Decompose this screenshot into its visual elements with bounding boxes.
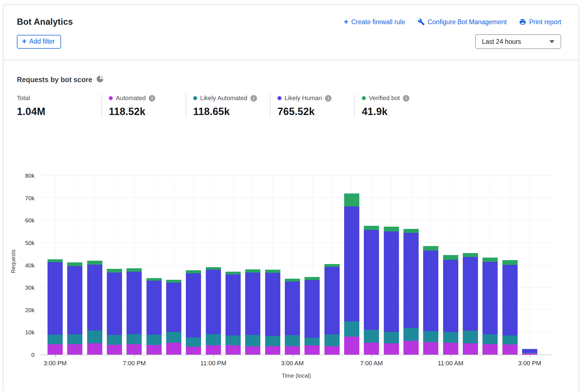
info-icon[interactable]: i xyxy=(325,95,331,102)
bar-segment-likely-human[interactable] xyxy=(463,257,478,331)
bar-segment-likely-human[interactable] xyxy=(384,231,399,332)
bar-segment-automated[interactable] xyxy=(186,347,201,355)
bar-segment-likely-human[interactable] xyxy=(324,267,340,334)
bar-segment-automated[interactable] xyxy=(344,337,359,355)
bar-segment-likely-automated[interactable] xyxy=(48,335,63,344)
bar-segment-likely-automated[interactable] xyxy=(245,335,260,346)
bar-segment-likely-automated[interactable] xyxy=(463,331,478,343)
bar-segment-verified-bot[interactable] xyxy=(146,278,162,281)
bar-segment-automated[interactable] xyxy=(423,342,438,355)
bar-segment-likely-human[interactable] xyxy=(265,273,280,336)
bar-segment-verified-bot[interactable] xyxy=(67,262,82,266)
bar-segment-verified-bot[interactable] xyxy=(443,255,458,260)
bar-segment-verified-bot[interactable] xyxy=(186,270,201,273)
bar-segment-likely-human[interactable] xyxy=(127,272,142,334)
bar-group[interactable] xyxy=(186,270,201,355)
bar-segment-verified-bot[interactable] xyxy=(285,279,300,281)
bar-segment-automated[interactable] xyxy=(67,344,82,355)
bar-segment-automated[interactable] xyxy=(463,343,478,355)
bar-segment-likely-automated[interactable] xyxy=(403,328,419,341)
bar-segment-automated[interactable] xyxy=(502,344,518,355)
bar-segment-likely-automated[interactable] xyxy=(364,330,379,343)
bar-segment-likely-human[interactable] xyxy=(482,262,498,335)
bar-segment-likely-automated[interactable] xyxy=(166,332,181,343)
configure-bot-management-link[interactable]: Configure Bot Management xyxy=(418,18,507,26)
create-firewall-rule-link[interactable]: + Create firewall rule xyxy=(344,18,405,26)
bar-segment-likely-automated[interactable] xyxy=(67,334,82,344)
bar-segment-verified-bot[interactable] xyxy=(463,253,478,257)
bar-group[interactable] xyxy=(265,270,280,355)
bar-segment-likely-human[interactable] xyxy=(146,281,162,335)
bar-segment-automated[interactable] xyxy=(107,345,122,355)
bar-segment-likely-human[interactable] xyxy=(423,251,438,331)
bar-segment-likely-human[interactable] xyxy=(443,260,458,332)
bar-group[interactable] xyxy=(384,227,399,355)
bar-group[interactable] xyxy=(87,261,102,355)
bar-group[interactable] xyxy=(67,262,82,355)
bar-segment-automated[interactable] xyxy=(48,344,63,355)
bar-group[interactable] xyxy=(127,268,142,355)
bar-segment-automated[interactable] xyxy=(166,343,181,355)
bar-segment-verified-bot[interactable] xyxy=(502,260,518,265)
bar-segment-verified-bot[interactable] xyxy=(423,246,438,251)
bar-segment-automated[interactable] xyxy=(265,346,280,355)
info-icon[interactable]: i xyxy=(149,95,155,102)
bar-segment-automated[interactable] xyxy=(127,344,142,355)
bar-segment-verified-bot[interactable] xyxy=(225,272,241,274)
bar-segment-automated[interactable] xyxy=(87,343,102,355)
bar-segment-verified-bot[interactable] xyxy=(324,264,340,267)
bar-segment-automated[interactable] xyxy=(206,345,221,355)
bar-segment-likely-human[interactable] xyxy=(522,349,537,353)
bar-segment-likely-automated[interactable] xyxy=(285,335,300,346)
bar-segment-verified-bot[interactable] xyxy=(245,269,260,272)
bar-group[interactable] xyxy=(146,278,162,355)
bar-group[interactable] xyxy=(482,258,498,355)
bar-segment-likely-automated[interactable] xyxy=(127,334,142,344)
bar-segment-likely-human[interactable] xyxy=(206,270,221,334)
bar-segment-verified-bot[interactable] xyxy=(206,267,221,270)
bar-segment-likely-human[interactable] xyxy=(48,262,63,335)
bar-segment-verified-bot[interactable] xyxy=(265,270,280,273)
bar-group[interactable] xyxy=(364,226,379,355)
bar-segment-likely-human[interactable] xyxy=(344,206,359,321)
bar-segment-likely-automated[interactable] xyxy=(423,331,438,342)
bar-group[interactable] xyxy=(522,349,537,355)
bar-segment-likely-automated[interactable] xyxy=(482,334,498,344)
bar-segment-automated[interactable] xyxy=(443,343,458,355)
bar-segment-automated[interactable] xyxy=(304,345,320,355)
bar-segment-likely-automated[interactable] xyxy=(344,321,359,336)
info-icon[interactable]: i xyxy=(403,95,409,102)
bar-segment-verified-bot[interactable] xyxy=(384,227,399,231)
bar-segment-likely-automated[interactable] xyxy=(107,335,122,345)
bar-group[interactable] xyxy=(285,279,300,355)
add-filter-button[interactable]: + Add filter xyxy=(17,35,61,49)
bar-group[interactable] xyxy=(206,267,221,355)
bar-segment-likely-automated[interactable] xyxy=(146,335,162,345)
bar-segment-likely-automated[interactable] xyxy=(384,332,399,343)
bar-segment-likely-human[interactable] xyxy=(107,272,122,335)
bar-segment-likely-automated[interactable] xyxy=(324,334,340,346)
bar-segment-verified-bot[interactable] xyxy=(48,259,63,262)
bar-segment-likely-human[interactable] xyxy=(67,266,82,335)
bar-segment-likely-human[interactable] xyxy=(304,280,320,338)
bar-segment-likely-human[interactable] xyxy=(186,273,201,337)
bar-segment-verified-bot[interactable] xyxy=(107,269,122,272)
bar-group[interactable] xyxy=(344,193,359,355)
bar-segment-verified-bot[interactable] xyxy=(344,193,359,206)
bar-segment-likely-automated[interactable] xyxy=(502,335,518,344)
bar-segment-verified-bot[interactable] xyxy=(127,268,142,272)
bar-segment-likely-automated[interactable] xyxy=(206,334,221,345)
bar-segment-verified-bot[interactable] xyxy=(304,277,320,280)
bar-segment-verified-bot[interactable] xyxy=(87,261,102,265)
bar-segment-likely-human[interactable] xyxy=(364,230,379,330)
bar-group[interactable] xyxy=(403,229,419,355)
bar-group[interactable] xyxy=(502,260,518,355)
bar-segment-likely-automated[interactable] xyxy=(304,338,320,346)
bar-segment-likely-human[interactable] xyxy=(285,281,300,335)
bar-segment-verified-bot[interactable] xyxy=(364,226,379,230)
bar-segment-automated[interactable] xyxy=(364,343,379,355)
bar-segment-verified-bot[interactable] xyxy=(403,229,419,233)
bar-segment-automated[interactable] xyxy=(482,344,498,355)
bar-segment-likely-automated[interactable] xyxy=(225,335,241,346)
bar-segment-automated[interactable] xyxy=(245,346,260,355)
